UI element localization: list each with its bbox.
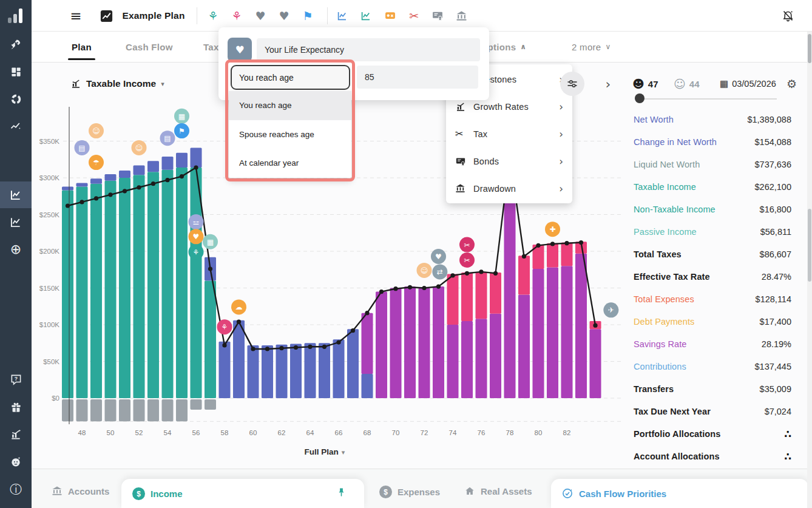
- line-point[interactable]: [123, 189, 127, 193]
- retirement-drawdown-bar[interactable]: [547, 268, 558, 398]
- panel-gear-icon[interactable]: ⚙: [787, 73, 797, 95]
- line-point[interactable]: [522, 254, 526, 259]
- line-point[interactable]: [336, 340, 340, 344]
- employment-income-bar[interactable]: [191, 168, 202, 398]
- line-point[interactable]: [436, 284, 441, 288]
- retirement-drawdown-bar[interactable]: [476, 319, 487, 398]
- scrollbar[interactable]: [807, 32, 812, 508]
- pre-tax-deductions-bar[interactable]: [147, 399, 159, 421]
- line-point[interactable]: [137, 185, 141, 189]
- employment-income-bar[interactable]: [205, 280, 216, 398]
- retirement-drawdown-bar[interactable]: [575, 254, 587, 398]
- other-income-bar[interactable]: [305, 343, 316, 398]
- sidebar-item-projection-chart-active[interactable]: [0, 181, 32, 208]
- metrics-scroll-right-button[interactable]: ›: [600, 75, 617, 93]
- pre-tax-deductions-bar[interactable]: [191, 399, 202, 410]
- employment-income-bar[interactable]: [90, 184, 102, 398]
- other-income-bar[interactable]: [233, 320, 245, 398]
- capital-gains-bar[interactable]: [547, 243, 558, 268]
- pre-tax-deductions-bar[interactable]: [76, 399, 88, 421]
- milestone-age-input[interactable]: 85: [357, 66, 478, 89]
- line-point[interactable]: [450, 273, 455, 277]
- line-point[interactable]: [536, 243, 540, 248]
- spouse-age[interactable]: ☺ 44: [674, 73, 700, 95]
- other-income-bar[interactable]: [105, 174, 117, 181]
- other-income-bar[interactable]: [248, 345, 259, 398]
- line-point[interactable]: [208, 266, 212, 271]
- line-point[interactable]: [579, 240, 583, 245]
- dashboard-icon[interactable]: [0, 58, 32, 85]
- other-income-bar[interactable]: [62, 187, 73, 191]
- pre-tax-deductions-bar[interactable]: [176, 399, 188, 421]
- notifications-bell-slash-icon[interactable]: [777, 0, 799, 32]
- assumptions-menu-item-bonds[interactable]: Bonds›: [446, 147, 572, 175]
- capital-gains-bar[interactable]: [447, 274, 459, 325]
- retirement-drawdown-bar[interactable]: [447, 325, 459, 398]
- line-point[interactable]: [94, 196, 98, 200]
- employment-income-bar[interactable]: [162, 170, 174, 398]
- stat-row[interactable]: Transfers$35,009: [634, 378, 791, 400]
- pin-icon[interactable]: [336, 487, 347, 501]
- stat-row[interactable]: Passive Income$56,811: [634, 220, 791, 243]
- retirement-drawdown-bar[interactable]: [461, 321, 473, 398]
- pre-tax-deductions-bar[interactable]: [62, 399, 73, 421]
- stat-row[interactable]: Total Taxes$86,607: [634, 243, 791, 265]
- retirement-drawdown-bar[interactable]: [376, 292, 387, 398]
- line-point[interactable]: [180, 174, 184, 178]
- scrollbar-thumb[interactable]: [808, 34, 811, 63]
- employment-income-bar[interactable]: [105, 181, 117, 398]
- pre-tax-deductions-bar[interactable]: [90, 399, 102, 421]
- other-income-bar[interactable]: [147, 161, 159, 172]
- scrollbar-thumb[interactable]: [808, 209, 811, 282]
- line-point[interactable]: [80, 200, 84, 204]
- other-income-bar[interactable]: [347, 329, 359, 398]
- help-bubble-icon[interactable]: ?: [0, 366, 32, 393]
- hamburger-menu-icon[interactable]: ≡: [63, 0, 89, 32]
- line-point[interactable]: [165, 178, 169, 182]
- line-point[interactable]: [194, 165, 198, 169]
- stat-row[interactable]: Non-Taxable Income$16,800: [634, 198, 791, 220]
- retirement-drawdown-bar[interactable]: [518, 294, 530, 398]
- line-point[interactable]: [365, 311, 369, 315]
- line-point[interactable]: [593, 323, 597, 328]
- retirement-drawdown-bar[interactable]: [362, 313, 373, 374]
- line-point[interactable]: [465, 271, 469, 276]
- condition-option[interactable]: You reach age: [229, 91, 351, 120]
- other-income-bar[interactable]: [162, 157, 174, 170]
- employment-income-bar[interactable]: [147, 172, 159, 398]
- line-point[interactable]: [251, 347, 255, 351]
- line-point[interactable]: [351, 328, 355, 333]
- employment-income-bar[interactable]: [134, 175, 145, 398]
- assumptions-menu-item-tax[interactable]: ✂Tax›: [446, 120, 572, 147]
- line-point[interactable]: [237, 320, 241, 324]
- other-income-bar[interactable]: [290, 344, 302, 398]
- employment-income-bar[interactable]: [76, 187, 88, 398]
- tab-plan[interactable]: Plan: [72, 32, 92, 62]
- other-income-bar[interactable]: [262, 345, 273, 398]
- other-income-bar[interactable]: [90, 178, 102, 183]
- assumptions-menu-item-drawdown[interactable]: Drawdown›: [446, 175, 572, 202]
- line-point[interactable]: [294, 345, 298, 350]
- line-point[interactable]: [279, 346, 283, 350]
- metric-selector[interactable]: Taxable Income ▾: [70, 78, 164, 89]
- stat-row[interactable]: Net Worth$1,389,088: [634, 108, 791, 130]
- retirement-drawdown-bar[interactable]: [404, 286, 416, 398]
- palm-tree-icon[interactable]: ⚘: [204, 0, 222, 32]
- retirement-drawdown-bar[interactable]: [533, 269, 544, 398]
- line-point[interactable]: [308, 345, 312, 349]
- info-icon[interactable]: ⓘ: [0, 476, 32, 503]
- profile-sparkle-icon[interactable]: [808, 0, 812, 32]
- stat-row[interactable]: Savings Rate28.19%: [634, 333, 791, 355]
- other-income-bar[interactable]: [134, 165, 145, 175]
- app-logo-icon[interactable]: [8, 7, 22, 23]
- bottom-tab-cash-flow-priorities[interactable]: Cash Flow Priorities: [561, 487, 666, 500]
- bottom-tab-income[interactable]: $ Income: [132, 487, 183, 500]
- tab-cash-flow[interactable]: Cash Flow: [126, 32, 173, 62]
- pre-tax-deductions-bar[interactable]: [119, 399, 130, 421]
- stat-row[interactable]: Portfolio Allocations∴: [634, 422, 791, 445]
- other-income-bar[interactable]: [333, 339, 345, 398]
- pre-tax-deductions-bar[interactable]: [105, 399, 117, 421]
- stat-row[interactable]: Change in Net Worth$154,088: [634, 130, 791, 153]
- stat-row[interactable]: Total Expenses$128,114: [634, 288, 791, 310]
- pre-tax-deductions-bar[interactable]: [162, 399, 174, 421]
